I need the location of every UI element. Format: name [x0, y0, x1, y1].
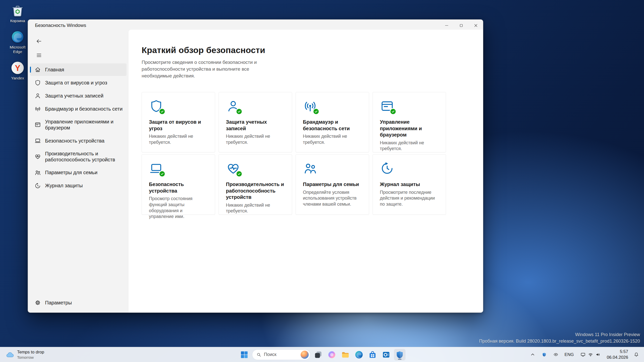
tile-title: Производительность и работоспособность у… [226, 181, 285, 201]
clock-button[interactable]: 5:57 06.04.2026 [606, 348, 629, 361]
sidebar-item-label: Производительность и работоспособность у… [45, 151, 123, 163]
tile-device[interactable]: Безопасность устройства Просмотр состоян… [142, 154, 215, 215]
tile-icon [303, 161, 318, 176]
check-icon [237, 110, 241, 113]
desktop-app-icon [11, 4, 25, 18]
edge-button[interactable] [353, 349, 365, 360]
hamburger-menu-button[interactable] [34, 51, 44, 60]
tile-apps[interactable]: Управление приложениями и браузером Ника… [373, 92, 446, 152]
window-title: Безопасность Windows [28, 23, 86, 28]
tray-date: 06.04.2026 [607, 355, 628, 360]
tile-status-text: Никаких действий не требуется. [303, 133, 362, 146]
tile-icon [149, 99, 164, 114]
status-ok-badge [159, 170, 166, 177]
sidebar: Главная Защита от вирусов и угроз Защита… [28, 31, 129, 312]
start-button[interactable] [238, 349, 250, 360]
page-subtitle: Просмотрите сведения о состоянии безопас… [142, 59, 274, 79]
store-button[interactable] [367, 349, 378, 360]
sidebar-item-icon [34, 79, 41, 86]
security-tray-icon[interactable] [540, 351, 548, 358]
tile-virus[interactable]: Защита от вирусов и угроз Никаких действ… [142, 92, 215, 152]
tile-account[interactable]: Защита учетных записей Никаких действий … [219, 92, 292, 152]
status-ok-badge [390, 108, 396, 115]
task-view-button[interactable] [312, 349, 324, 360]
sidebar-nav: Главная Защита от вирусов и угроз Защита… [30, 63, 127, 192]
weather-subtext: Tomorrow [17, 355, 44, 359]
copilot-icon [327, 350, 336, 359]
tile-title: Управление приложениями и браузером [380, 119, 439, 138]
file-explorer-button[interactable] [340, 349, 351, 360]
taskbar: Temps to drop Tomorrow Поиск [0, 347, 644, 362]
sidebar-item-icon [34, 121, 41, 128]
tile-status-text: Никаких действий не требуется. [226, 202, 285, 214]
tile-status-text: Никаких действий не требуется. [149, 133, 208, 146]
shield-icon [542, 352, 547, 357]
tile-family[interactable]: Параметры для семьи Определяйте условия … [296, 154, 369, 215]
back-button[interactable] [34, 37, 44, 46]
sidebar-item-family[interactable]: Параметры для семьи [30, 166, 127, 179]
sidebar-item-history[interactable]: Журнал защиты [30, 179, 127, 192]
sidebar-item-label: Защита учетных записей [45, 93, 103, 99]
search-icon [256, 352, 261, 357]
cast-icon [580, 352, 586, 357]
desktop-app-icon [11, 30, 25, 44]
sidebar-item-virus[interactable]: Защита от вирусов и угроз [30, 76, 127, 89]
tile-icon [303, 99, 318, 114]
sidebar-item-performance[interactable]: Производительность и работоспособность у… [30, 148, 127, 166]
security-button[interactable] [394, 349, 406, 360]
sidebar-item-account[interactable]: Защита учетных записей [30, 89, 127, 102]
sidebar-item-label: Управление приложениями и браузером [45, 119, 123, 131]
tile-icon [149, 161, 164, 176]
search-daily-icon [301, 351, 309, 359]
sidebar-item-apps[interactable]: Управление приложениями и браузером [30, 116, 127, 134]
page-title: Краткий обзор безопасности [142, 45, 473, 55]
desktop: Корзина Microsoft Edge Yandex Windows 11… [0, 0, 644, 362]
sidebar-item-icon [34, 106, 41, 112]
sidebar-item-label: Брандмауэр и безопасность сети [45, 106, 123, 112]
outlook-icon [382, 350, 391, 359]
sidebar-item-label: Параметры для семьи [45, 169, 97, 175]
outlook-button[interactable] [380, 349, 392, 360]
widgets-weather-button[interactable]: Temps to drop Tomorrow [3, 347, 47, 362]
quick-settings-button[interactable] [578, 350, 603, 359]
tile-firewall[interactable]: Брандмауэр и безопасность сети Никаких д… [296, 92, 369, 152]
watermark-line1: Windows 11 Pro Insider Preview [479, 331, 640, 338]
tile-status-text: Просмотрите последние действия и рекомен… [380, 190, 439, 207]
check-icon [314, 110, 318, 113]
tile-title: Защита от вирусов и угроз [149, 119, 208, 132]
privacy-eye-tray-icon[interactable] [552, 350, 560, 359]
tile-title: Журнал защиты [380, 181, 439, 188]
eye-icon [553, 352, 558, 357]
tray-overflow-button[interactable] [529, 350, 537, 359]
tile-performance[interactable]: Производительность и работоспособность у… [219, 154, 292, 215]
desktop-icon-label: Yandex [11, 76, 24, 81]
security-tiles-grid: Защита от вирусов и угроз Никаких действ… [142, 92, 473, 215]
edge-icon [354, 350, 364, 359]
back-arrow-icon [36, 38, 42, 44]
check-icon [160, 172, 164, 176]
bell-icon [634, 352, 639, 357]
sidebar-item-icon [34, 138, 41, 144]
tile-title: Защита учетных записей [226, 119, 285, 132]
sidebar-item-settings[interactable]: Параметры [30, 296, 127, 309]
sidebar-item-icon [34, 153, 41, 160]
tile-status-text: Просмотр состояния функций защиты оборуд… [149, 196, 208, 220]
system-tray: ENG 5:57 06.04.2026 [529, 347, 640, 362]
gear-icon [34, 299, 41, 306]
volume-icon [595, 352, 601, 357]
minimize-icon [444, 23, 449, 28]
windows-logo-icon [240, 350, 249, 359]
insider-watermark: Windows 11 Pro Insider Preview Пробная в… [479, 331, 640, 344]
taskbar-search[interactable]: Поиск [252, 349, 310, 360]
sidebar-item-home[interactable]: Главная [30, 63, 127, 76]
notification-center-button[interactable] [632, 350, 640, 359]
tile-history[interactable]: Журнал защиты Просмотрите последние дейс… [373, 154, 446, 215]
check-icon [391, 110, 395, 113]
sidebar-item-label: Безопасность устройства [45, 138, 104, 144]
weather-headline: Temps to drop [17, 350, 44, 355]
copilot-button[interactable] [326, 349, 338, 360]
sidebar-item-device[interactable]: Безопасность устройства [30, 134, 127, 147]
language-indicator[interactable]: ENG [564, 351, 575, 359]
sidebar-item-firewall[interactable]: Брандмауэр и безопасность сети [30, 103, 127, 115]
check-icon [160, 110, 164, 113]
